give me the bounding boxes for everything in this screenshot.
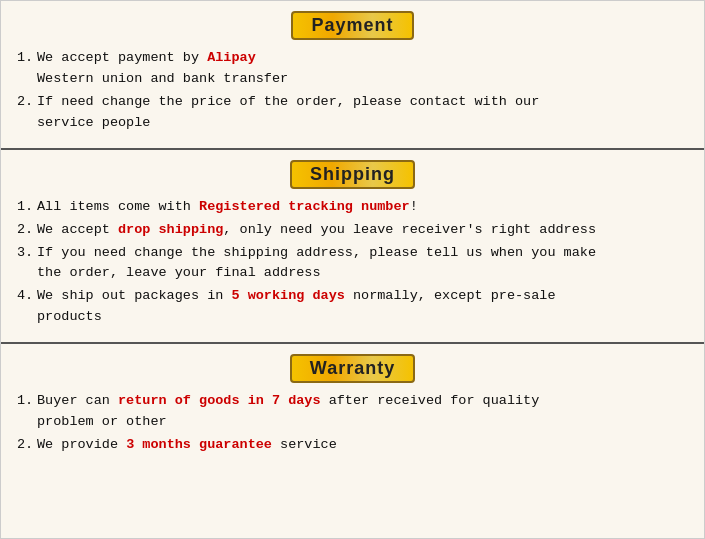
working-days-highlight: 5 working days [231, 288, 344, 303]
alipay-highlight: Alipay [207, 50, 256, 65]
page-wrapper: Payment 1. We accept payment by Alipay W… [0, 0, 705, 539]
payment-item-1-line1: 1. We accept payment by Alipay [17, 48, 688, 69]
warranty-section: Warranty 1. Buyer can return of goods in… [1, 344, 704, 470]
shipping-item-1-number: 1. [17, 197, 37, 218]
shipping-item-2-line1: 2. We accept drop shipping, only need yo… [17, 220, 688, 241]
shipping-item-4-text: We ship out packages in 5 working days n… [37, 286, 688, 307]
shipping-item-1-line1: 1. All items come with Registered tracki… [17, 197, 688, 218]
payment-item-1-number: 1. [17, 48, 37, 69]
shipping-item-4-indent: products [17, 307, 688, 328]
shipping-item-2: 2. We accept drop shipping, only need yo… [17, 220, 688, 241]
payment-header: Payment [17, 11, 688, 40]
shipping-item-4: 4. We ship out packages in 5 working day… [17, 286, 688, 328]
shipping-title: Shipping [290, 160, 415, 189]
shipping-item-4-line1: 4. We ship out packages in 5 working day… [17, 286, 688, 307]
warranty-item-2-number: 2. [17, 435, 37, 456]
shipping-item-2-text: We accept drop shipping, only need you l… [37, 220, 688, 241]
payment-item-2-indent: service people [17, 113, 688, 134]
dropshipping-highlight: drop shipping [118, 222, 223, 237]
warranty-item-1-number: 1. [17, 391, 37, 412]
shipping-item-4-number: 4. [17, 286, 37, 307]
shipping-header: Shipping [17, 160, 688, 189]
payment-item-1-indent: Western union and bank transfer [17, 69, 688, 90]
shipping-item-3-indent: the order, leave your final address [17, 263, 688, 284]
warranty-item-2-text: We provide 3 months guarantee service [37, 435, 688, 456]
shipping-item-3: 3. If you need change the shipping addre… [17, 243, 688, 285]
warranty-item-2-line1: 2. We provide 3 months guarantee service [17, 435, 688, 456]
warranty-content: 1. Buyer can return of goods in 7 days a… [17, 391, 688, 456]
tracking-highlight: Registered tracking number [199, 199, 410, 214]
warranty-title: Warranty [290, 354, 415, 383]
payment-item-2-text: If need change the price of the order, p… [37, 92, 688, 113]
return-highlight: return of goods in 7 days [118, 393, 321, 408]
shipping-item-3-number: 3. [17, 243, 37, 264]
warranty-item-1-text: Buyer can return of goods in 7 days afte… [37, 391, 688, 412]
payment-item-2-number: 2. [17, 92, 37, 113]
warranty-item-1: 1. Buyer can return of goods in 7 days a… [17, 391, 688, 433]
payment-section: Payment 1. We accept payment by Alipay W… [1, 1, 704, 150]
shipping-item-2-number: 2. [17, 220, 37, 241]
payment-content: 1. We accept payment by Alipay Western u… [17, 48, 688, 134]
warranty-item-1-indent: problem or other [17, 412, 688, 433]
shipping-content: 1. All items come with Registered tracki… [17, 197, 688, 329]
warranty-item-2: 2. We provide 3 months guarantee service [17, 435, 688, 456]
guarantee-highlight: 3 months guarantee [126, 437, 272, 452]
shipping-item-3-line1: 3. If you need change the shipping addre… [17, 243, 688, 264]
shipping-section: Shipping 1. All items come with Register… [1, 150, 704, 345]
shipping-item-1-text: All items come with Registered tracking … [37, 197, 688, 218]
shipping-item-3-text: If you need change the shipping address,… [37, 243, 688, 264]
warranty-header: Warranty [17, 354, 688, 383]
payment-item-1: 1. We accept payment by Alipay Western u… [17, 48, 688, 90]
payment-title: Payment [291, 11, 413, 40]
payment-item-1-text: We accept payment by Alipay [37, 48, 688, 69]
payment-item-2-line1: 2. If need change the price of the order… [17, 92, 688, 113]
shipping-item-1: 1. All items come with Registered tracki… [17, 197, 688, 218]
payment-item-2: 2. If need change the price of the order… [17, 92, 688, 134]
warranty-item-1-line1: 1. Buyer can return of goods in 7 days a… [17, 391, 688, 412]
